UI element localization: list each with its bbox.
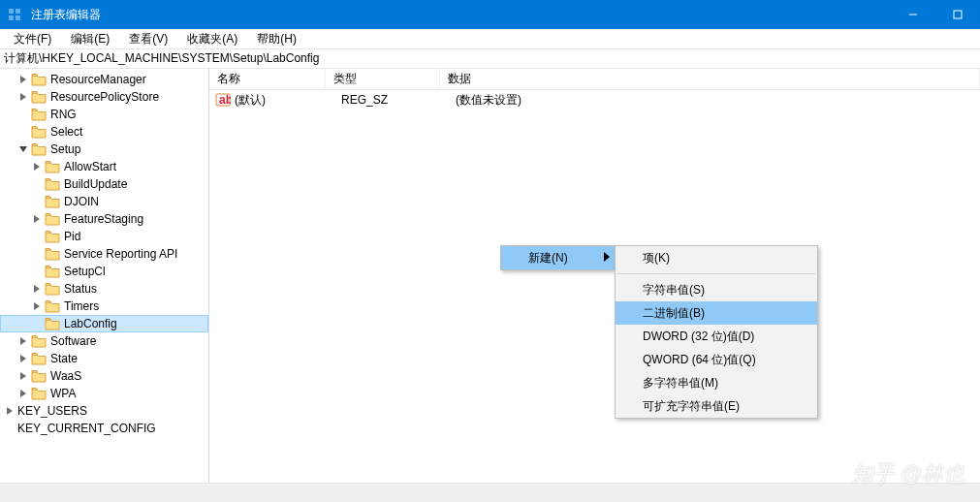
folder-icon <box>31 90 47 104</box>
value-list-body[interactable]: ab (默认) REG_SZ (数值未设置) 新建(N) 项(K) <box>209 90 980 483</box>
ctx-new-label: 新建(N) <box>528 250 568 267</box>
tree-node[interactable]: Pid <box>0 228 208 245</box>
expand-open-icon[interactable] <box>17 143 29 155</box>
ctx-new[interactable]: 新建(N) <box>501 246 616 269</box>
value-row[interactable]: ab (默认) REG_SZ (数值未设置) <box>209 90 980 110</box>
expand-closed-icon[interactable] <box>31 161 43 173</box>
expand-closed-icon[interactable] <box>31 213 43 225</box>
column-data[interactable]: 数据 <box>440 69 980 89</box>
tree-node[interactable]: Select <box>0 123 208 141</box>
address-bar[interactable]: 计算机\HKEY_LOCAL_MACHINE\SYSTEM\Setup\LabC… <box>0 48 980 69</box>
tree-node[interactable]: RNG <box>0 106 208 123</box>
expand-none <box>31 178 43 190</box>
svg-rect-5 <box>954 11 962 18</box>
expand-closed-icon[interactable] <box>17 388 29 399</box>
expand-closed-icon[interactable] <box>17 370 29 382</box>
tree-node-label: KEY_CURRENT_CONFIG <box>17 422 156 435</box>
folder-icon <box>31 387 47 400</box>
statusbar <box>0 483 980 502</box>
svg-rect-3 <box>16 16 20 20</box>
menu-file[interactable]: 文件(F) <box>4 30 61 48</box>
menu-view[interactable]: 查看(V) <box>119 30 177 48</box>
expand-closed-icon[interactable] <box>17 335 29 347</box>
value-data: (数值未设置) <box>456 92 980 109</box>
tree-node[interactable]: WPA <box>0 385 208 402</box>
tree-node-label: AllowStart <box>64 160 116 173</box>
folder-icon <box>31 352 47 365</box>
folder-icon <box>31 142 47 156</box>
expand-none <box>17 126 29 138</box>
ctx-new-string[interactable]: 字符串值(S) <box>616 278 817 301</box>
svg-rect-0 <box>9 9 14 14</box>
tree-node-label: Select <box>50 125 82 139</box>
expand-closed-icon[interactable] <box>17 91 29 103</box>
tree-node[interactable]: Software <box>0 332 208 350</box>
expand-none <box>4 423 16 434</box>
tree-node[interactable]: ResourceManager <box>0 71 208 88</box>
tree-node-label: BuildUpdate <box>64 177 127 191</box>
menu-favorites[interactable]: 收藏夹(A) <box>177 30 247 48</box>
tree-node[interactable]: BuildUpdate <box>0 175 208 193</box>
tree-node-label: WPA <box>50 387 76 400</box>
maximize-button[interactable] <box>935 0 980 29</box>
ctx-new-expandstring[interactable]: 可扩充字符串值(E) <box>616 394 817 418</box>
regedit-icon <box>8 7 23 22</box>
tree-node[interactable]: KEY_USERS <box>0 402 208 420</box>
expand-none <box>31 318 43 329</box>
column-type[interactable]: 类型 <box>326 69 440 89</box>
column-name[interactable]: 名称 <box>209 69 326 89</box>
tree-node-label: State <box>50 352 78 365</box>
tree-node-label: Software <box>50 334 96 348</box>
tree-node[interactable]: Setup <box>0 141 208 158</box>
ctx-new-key[interactable]: 项(K) <box>616 246 817 269</box>
ctx-new-dword[interactable]: DWORD (32 位)值(D) <box>616 325 817 348</box>
tree-node[interactable]: DJOIN <box>0 193 208 210</box>
expand-closed-icon[interactable] <box>17 353 29 364</box>
tree-node[interactable]: SetupCl <box>0 263 208 280</box>
folder-icon <box>45 317 60 330</box>
folder-icon <box>31 125 47 139</box>
tree-node[interactable]: WaaS <box>0 367 208 385</box>
tree-node[interactable]: State <box>0 350 208 367</box>
tree-node[interactable]: ResourcePolicyStore <box>0 88 208 106</box>
expand-none <box>31 196 43 207</box>
folder-icon <box>31 334 47 348</box>
tree-node-label: DJOIN <box>64 195 99 208</box>
ctx-new-binary[interactable]: 二进制值(B) <box>616 301 817 325</box>
menu-help[interactable]: 帮助(H) <box>247 30 306 48</box>
expand-none <box>31 231 43 242</box>
expand-closed-icon[interactable] <box>17 74 29 85</box>
tree-node[interactable]: LabConfig <box>0 315 208 332</box>
tree-node-label: KEY_USERS <box>17 404 87 418</box>
tree-node[interactable]: AllowStart <box>0 158 208 175</box>
folder-icon <box>45 160 60 173</box>
tree-node-label: FeatureStaging <box>64 212 143 226</box>
menu-separator <box>617 273 815 274</box>
tree-node[interactable]: FeatureStaging <box>0 210 208 228</box>
tree-node-label: Setup <box>50 142 80 156</box>
expand-none <box>31 266 43 277</box>
context-menu: 新建(N) <box>500 245 616 270</box>
svg-rect-2 <box>9 16 14 20</box>
ctx-new-qword[interactable]: QWORD (64 位)值(Q) <box>616 348 817 371</box>
window-title: 注册表编辑器 <box>31 7 101 23</box>
registry-tree[interactable]: ResourceManagerResourcePolicyStoreRNGSel… <box>0 69 209 483</box>
tree-node[interactable]: KEY_CURRENT_CONFIG <box>0 420 208 437</box>
menu-edit[interactable]: 编辑(E) <box>61 30 119 48</box>
expand-none <box>31 248 43 260</box>
tree-node[interactable]: Service Reporting API <box>0 245 208 263</box>
expand-closed-icon[interactable] <box>4 405 16 417</box>
folder-icon <box>45 212 60 226</box>
tree-node-label: LabConfig <box>64 317 117 330</box>
expand-closed-icon[interactable] <box>31 283 43 295</box>
ctx-new-multistring[interactable]: 多字符串值(M) <box>616 371 817 394</box>
menubar: 文件(F) 编辑(E) 查看(V) 收藏夹(A) 帮助(H) <box>0 29 980 48</box>
tree-node-label: Pid <box>64 230 80 243</box>
tree-node[interactable]: Timers <box>0 298 208 315</box>
tree-node[interactable]: Status <box>0 280 208 298</box>
tree-node-label: ResourceManager <box>50 73 146 86</box>
expand-closed-icon[interactable] <box>31 300 43 312</box>
folder-icon <box>31 369 47 383</box>
minimize-button[interactable] <box>891 0 935 29</box>
folder-icon <box>45 230 60 243</box>
